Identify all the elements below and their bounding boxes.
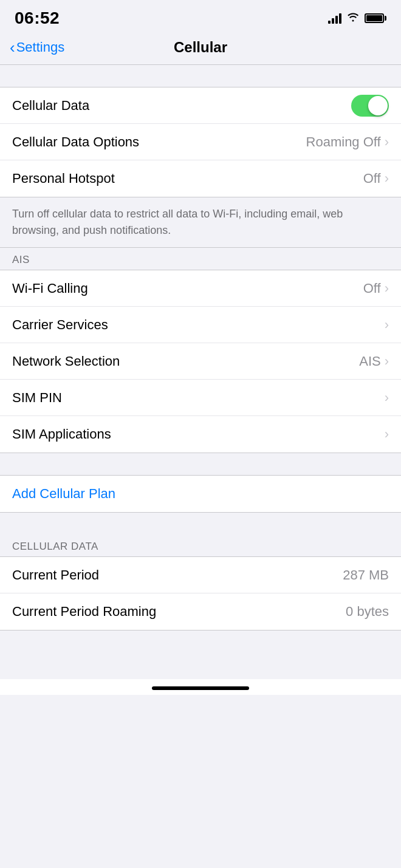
- carrier-services-label: Carrier Services: [12, 317, 108, 333]
- wifi-calling-value: Off: [363, 281, 381, 296]
- current-period-roaming-label: Current Period Roaming: [12, 604, 156, 620]
- chevron-icon: ›: [385, 426, 389, 442]
- sim-pin-label: SIM PIN: [12, 390, 62, 406]
- chevron-icon: ›: [385, 171, 389, 186]
- home-indicator: [0, 679, 401, 695]
- personal-hotspot-value: Off: [363, 171, 381, 186]
- carrier-services-row[interactable]: Carrier Services ›: [0, 307, 401, 343]
- back-chevron-icon: ‹: [10, 39, 15, 55]
- current-period-label: Current Period: [12, 567, 99, 583]
- bottom-spacer: [0, 630, 401, 679]
- back-button[interactable]: ‹ Settings: [10, 39, 64, 55]
- ais-settings-group: Wi-Fi Calling Off › Carrier Services › N…: [0, 270, 401, 453]
- sim-applications-label: SIM Applications: [12, 426, 111, 442]
- cellular-data-stats-group: Current Period 287 MB Current Period Roa…: [0, 556, 401, 630]
- current-period-roaming-row: Current Period Roaming 0 bytes: [0, 593, 401, 630]
- sim-applications-row[interactable]: SIM Applications ›: [0, 416, 401, 453]
- add-cellular-plan-label: Add Cellular Plan: [12, 486, 115, 502]
- back-label: Settings: [16, 39, 65, 55]
- chevron-icon: ›: [385, 354, 389, 369]
- nav-bar: ‹ Settings Cellular: [0, 34, 401, 65]
- info-text: Turn off cellular data to restrict all d…: [12, 208, 343, 236]
- network-selection-label: Network Selection: [12, 354, 120, 369]
- status-icons: [328, 12, 386, 25]
- battery-icon: [365, 13, 386, 23]
- cellular-data-section: Cellular Data Current Period 287 MB Curr…: [0, 535, 401, 630]
- wifi-calling-row[interactable]: Wi-Fi Calling Off ›: [0, 270, 401, 307]
- cellular-data-options-right: Roaming Off ›: [306, 134, 389, 150]
- toggle-knob: [368, 96, 388, 115]
- add-cellular-plan-group: Add Cellular Plan: [0, 475, 401, 513]
- page-title: Cellular: [174, 39, 227, 56]
- cellular-data-options-row[interactable]: Cellular Data Options Roaming Off ›: [0, 124, 401, 160]
- chevron-icon: ›: [385, 317, 389, 333]
- chevron-icon: ›: [385, 390, 389, 406]
- network-selection-row[interactable]: Network Selection AIS ›: [0, 343, 401, 380]
- main-settings-group: Cellular Data Cellular Data Options Roam…: [0, 87, 401, 197]
- section-spacer-mid: [0, 453, 401, 475]
- signal-icon: [328, 13, 341, 24]
- network-selection-right: AIS ›: [359, 354, 389, 369]
- section-spacer-top: [0, 65, 401, 87]
- network-selection-value: AIS: [359, 354, 380, 369]
- personal-hotspot-right: Off ›: [363, 171, 389, 186]
- home-bar: [152, 686, 249, 690]
- sim-pin-row[interactable]: SIM PIN ›: [0, 380, 401, 416]
- current-period-roaming-value: 0 bytes: [346, 604, 389, 620]
- current-period-row: Current Period 287 MB: [0, 557, 401, 593]
- personal-hotspot-label: Personal Hotspot: [12, 171, 115, 186]
- cellular-data-row[interactable]: Cellular Data: [0, 87, 401, 124]
- sim-pin-right: ›: [385, 390, 389, 406]
- status-time: 06:52: [15, 9, 60, 28]
- wifi-calling-label: Wi-Fi Calling: [12, 281, 88, 296]
- cellular-data-options-label: Cellular Data Options: [12, 134, 139, 150]
- chevron-icon: ›: [385, 281, 389, 296]
- current-period-value: 287 MB: [343, 567, 389, 583]
- sim-applications-right: ›: [385, 426, 389, 442]
- wifi-icon: [346, 12, 360, 25]
- cellular-data-label: Cellular Data: [12, 98, 89, 114]
- info-block: Turn off cellular data to restrict all d…: [0, 197, 401, 248]
- wifi-calling-right: Off ›: [363, 281, 389, 296]
- carrier-services-right: ›: [385, 317, 389, 333]
- cellular-data-options-value: Roaming Off: [306, 134, 381, 150]
- ais-section-label: AIS: [0, 248, 401, 270]
- add-cellular-plan-row[interactable]: Add Cellular Plan: [0, 476, 401, 512]
- status-bar: 06:52: [0, 0, 401, 34]
- personal-hotspot-row[interactable]: Personal Hotspot Off ›: [0, 160, 401, 197]
- cellular-data-header: Cellular Data: [0, 535, 401, 556]
- cellular-data-toggle[interactable]: [351, 95, 389, 117]
- chevron-icon: ›: [385, 134, 389, 150]
